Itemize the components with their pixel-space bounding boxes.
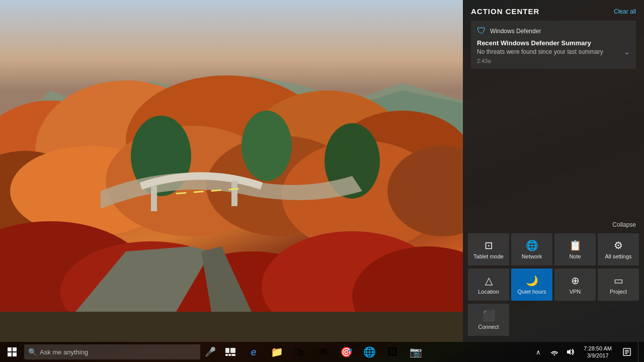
clock-time: 7:28:50 AM	[584, 345, 612, 352]
file-explorer-icon: 📁	[271, 346, 283, 358]
taskbar-right-area: ∧ 7:28:50 AM 3/9/2017	[531, 342, 644, 362]
qa-project-label: Project	[610, 289, 627, 295]
notification-header: 🛡 Windows Defender	[477, 26, 630, 36]
quiet-hours-icon: 🌙	[526, 275, 538, 287]
svg-rect-27	[13, 347, 17, 351]
settings-icon: ⚙	[614, 239, 623, 251]
svg-rect-26	[8, 347, 12, 351]
qa-quiet-hours[interactable]: 🌙 Quiet hours	[511, 268, 552, 301]
quick-actions-row-1: ⊡ Tablet mode 🌐 Network 📋 Note ⚙ All set…	[467, 232, 640, 266]
search-placeholder-text: Ask me anything	[40, 348, 88, 356]
app7-icon: 🖼	[387, 346, 397, 358]
svg-rect-34	[231, 354, 235, 356]
action-center-spacer	[463, 119, 644, 218]
taskbar: 🔍 Ask me anything 🎤 e 📁 🛍 ✉	[0, 342, 644, 362]
app5-icon: 🎯	[340, 346, 353, 358]
svg-rect-31	[230, 348, 235, 353]
app8-icon: 📷	[410, 346, 422, 358]
svg-rect-28	[8, 352, 12, 356]
notification-time: 2:43a	[477, 58, 630, 64]
taskbar-app7[interactable]: 🖼	[381, 342, 404, 362]
store-icon: 🛍	[295, 346, 305, 358]
network-tray-icon[interactable]	[547, 342, 561, 362]
svg-rect-32	[225, 354, 228, 356]
quick-actions-row-3: ⬛ Connect	[467, 303, 640, 337]
note-icon: 📋	[569, 239, 582, 251]
qa-project[interactable]: ▭ Project	[598, 268, 639, 301]
notification-title: Recent Windows Defender Summary	[477, 39, 630, 47]
notification-app-name: Windows Defender	[490, 28, 541, 35]
qa-tablet-mode-label: Tablet mode	[473, 253, 504, 259]
qa-vpn-label: VPN	[570, 289, 581, 295]
task-view-button[interactable]	[220, 342, 240, 362]
qa-location-label: Location	[478, 289, 499, 295]
action-center-title: ACTION CENTER	[471, 7, 539, 16]
notification-card[interactable]: 🛡 Windows Defender Recent Windows Defend…	[471, 21, 636, 69]
svg-rect-18	[231, 181, 237, 206]
svg-marker-36	[567, 349, 571, 355]
cortana-icon: 🔍	[28, 348, 37, 356]
notification-expand-icon[interactable]: ⌄	[624, 48, 630, 56]
chevron-icon: ∧	[536, 348, 541, 356]
svg-point-35	[554, 354, 555, 356]
svg-point-15	[242, 111, 292, 181]
notification-body: No threats were found since your last su…	[477, 48, 630, 56]
qa-quiet-hours-label: Quiet hours	[518, 289, 546, 295]
clock-date: 3/9/2017	[587, 352, 609, 359]
mail-icon: ✉	[319, 346, 328, 358]
taskbar-store[interactable]: 🛍	[289, 342, 311, 362]
qa-note[interactable]: 📋 Note	[554, 233, 596, 265]
project-icon: ▭	[614, 275, 623, 287]
collapse-row: Collapse	[463, 217, 644, 230]
svg-rect-29	[13, 352, 17, 356]
microphone-button[interactable]: 🎤	[200, 342, 220, 362]
defender-icon: 🛡	[477, 26, 486, 36]
action-center-header: ACTION CENTER Clear all	[463, 0, 644, 21]
show-hidden-icons-button[interactable]: ∧	[531, 342, 545, 362]
vpn-icon: ⊕	[571, 275, 580, 287]
taskbar-edge[interactable]: e	[243, 342, 265, 362]
qa-all-settings[interactable]: ⚙ All settings	[598, 233, 639, 265]
taskbar-app6[interactable]: 🌐	[358, 342, 380, 362]
mic-icon: 🎤	[205, 346, 216, 357]
qa-connect-label: Connect	[478, 324, 499, 330]
tablet-mode-icon: ⊡	[485, 239, 493, 251]
volume-tray-icon[interactable]	[564, 342, 578, 362]
collapse-button[interactable]: Collapse	[612, 221, 636, 228]
quick-actions-row-2: △ Location 🌙 Quiet hours ⊕ VPN ▭ Project	[467, 267, 640, 302]
taskbar-file-explorer[interactable]: 📁	[266, 342, 288, 362]
start-button[interactable]	[0, 342, 24, 362]
qa-location[interactable]: △ Location	[468, 268, 509, 301]
taskbar-app-icons: e 📁 🛍 ✉ 🎯 🌐 🖼 📷	[243, 342, 427, 362]
svg-rect-25	[0, 312, 463, 342]
taskbar-app8[interactable]: 📷	[405, 342, 427, 362]
network-icon: 🌐	[526, 239, 538, 251]
qa-vpn[interactable]: ⊕ VPN	[554, 268, 596, 301]
app6-icon: 🌐	[363, 346, 376, 358]
qa-network[interactable]: 🌐 Network	[511, 233, 552, 265]
connect-icon: ⬛	[482, 310, 495, 322]
qa-note-label: Note	[569, 253, 581, 259]
svg-rect-17	[151, 186, 157, 211]
svg-rect-33	[228, 354, 231, 356]
qa-network-label: Network	[522, 253, 542, 259]
notification-center-button[interactable]	[618, 342, 636, 362]
search-bar[interactable]: 🔍 Ask me anything	[24, 344, 200, 359]
qa-connect[interactable]: ⬛ Connect	[468, 304, 509, 336]
clock-display[interactable]: 7:28:50 AM 3/9/2017	[580, 342, 616, 362]
location-icon: △	[485, 275, 493, 287]
quick-actions-area: ⊡ Tablet mode 🌐 Network 📋 Note ⚙ All set…	[463, 230, 644, 342]
qa-tablet-mode[interactable]: ⊡ Tablet mode	[468, 233, 509, 265]
svg-rect-30	[225, 348, 229, 353]
qa-all-settings-label: All settings	[605, 253, 631, 259]
notification-text: No threats were found since your last su…	[477, 48, 620, 55]
clear-all-button[interactable]: Clear all	[614, 8, 636, 15]
notification-area: 🛡 Windows Defender Recent Windows Defend…	[463, 21, 644, 119]
taskbar-app5[interactable]: 🎯	[335, 342, 357, 362]
taskbar-mail[interactable]: ✉	[312, 342, 334, 362]
action-center-panel: ACTION CENTER Clear all 🛡 Windows Defend…	[463, 0, 644, 342]
edge-icon: e	[251, 346, 256, 358]
show-desktop-button[interactable]	[638, 342, 642, 362]
